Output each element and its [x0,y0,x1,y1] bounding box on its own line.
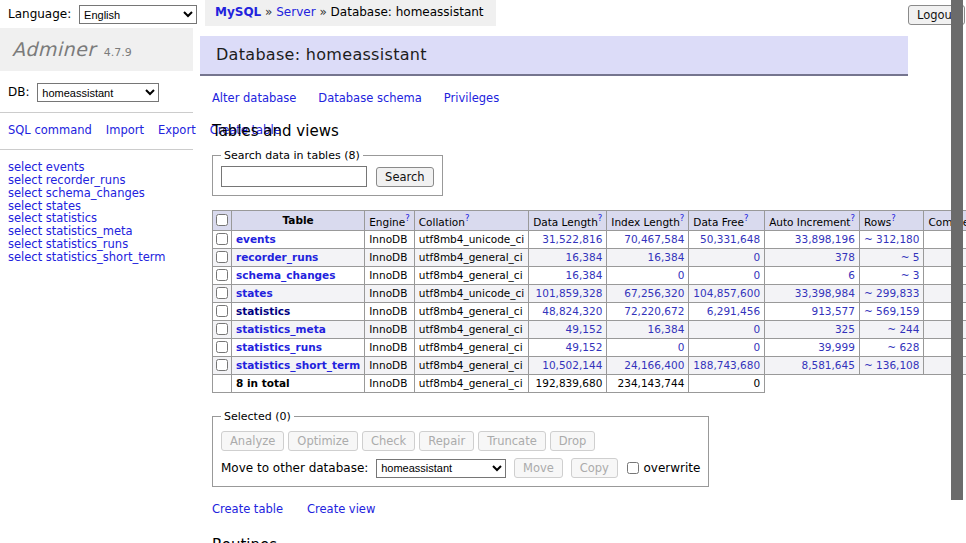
table-row: recorder_runsInnoDButf8mb4_general_ci16,… [213,248,966,266]
link-create-table[interactable]: Create table [212,502,283,516]
create-links: Create tableCreate view [212,502,908,516]
adminer-logo[interactable]: Adminer [12,38,96,60]
total-data-length-cell: 192,839,680 [529,374,607,392]
table-link-statistics_short_term[interactable]: statistics_short_term [236,359,360,371]
row-checkbox-events[interactable] [216,233,228,245]
main-content: MySQL » Server » Database: homeassistant… [200,0,908,543]
link-select-recorder-runs[interactable]: select recorder_runs [8,174,185,187]
select-all-checkbox[interactable] [216,214,228,226]
data-free-cell: 50,331,648 [689,230,765,248]
search-button[interactable]: Search [376,167,434,187]
table-body: eventsInnoDButf8mb4_unicode_ci31,522,816… [213,230,966,392]
auto-increment-cell: 8,581,645 [765,356,860,374]
language-row: Language: English [8,5,197,24]
collation-cell: utf8mb4_general_ci [414,302,528,320]
column-help-link[interactable]: ? [850,213,855,223]
link-select-statistics-short-term[interactable]: select statistics_short_term [8,251,185,264]
collation-cell: utf8mb4_unicode_ci [414,284,528,302]
row-checkbox-recorder_runs[interactable] [216,251,228,263]
overwrite-checkbox[interactable] [627,462,639,474]
link-create-view[interactable]: Create view [307,502,375,516]
column-help-link[interactable]: ? [598,213,603,223]
index-length-cell: 16,384 [607,320,689,338]
link-select-events[interactable]: select events [8,161,185,174]
table-row: statistics_runsInnoDButf8mb4_general_ci4… [213,338,966,356]
db-select[interactable]: homeassistant [37,83,159,102]
table-link-states[interactable]: states [236,287,273,299]
column-help-link[interactable]: ? [744,213,749,223]
drop-button[interactable]: Drop [550,431,596,451]
total-index-length-cell: 234,143,744 [607,374,689,392]
engine-cell: InnoDB [365,338,415,356]
table-name-cell: statistics [232,302,365,320]
copy-button[interactable]: Copy [571,458,618,478]
row-checkbox-schema_changes[interactable] [216,269,228,281]
optimize-button[interactable]: Optimize [288,431,358,451]
link-import[interactable]: Import [106,123,144,137]
move-db-select[interactable]: homeassistant [376,459,506,478]
data-free-cell: 0 [689,266,765,284]
sidebar-table-links: select eventsselect recorder_runsselect … [8,161,185,264]
row-checkbox-cell [213,302,232,320]
table-link-schema_changes[interactable]: schema_changes [236,269,336,281]
table-name-cell: statistics_runs [232,338,365,356]
link-select-schema-changes[interactable]: select schema_changes [8,187,185,200]
column-help-link[interactable]: ? [680,213,685,223]
column-help-link[interactable]: ? [891,213,896,223]
search-fieldset: Search data in tables (8) Search [212,149,443,196]
total-empty-cell [765,374,860,392]
table-link-statistics_runs[interactable]: statistics_runs [236,341,322,353]
row-checkbox-states[interactable] [216,287,228,299]
check-button[interactable]: Check [362,431,415,451]
column-header-table: Table [232,211,365,231]
column-header-data-length: Data Length? [529,211,607,231]
breadcrumb-mysql[interactable]: MySQL [215,5,261,19]
adminer-version[interactable]: 4.7.9 [104,46,132,59]
truncate-button[interactable]: Truncate [478,431,546,451]
table-row: statistics_short_termInnoDButf8mb4_gener… [213,356,966,374]
engine-cell: InnoDB [365,302,415,320]
index-length-cell: 72,220,672 [607,302,689,320]
column-help-link[interactable]: ? [465,213,470,223]
link-sql-command[interactable]: SQL command [8,123,92,137]
search-input[interactable] [221,166,367,187]
move-label: Move to other database: [221,461,368,475]
rows-cell: ~ 299,833 [859,284,924,302]
row-checkbox-statistics_short_term[interactable] [216,359,228,371]
data-length-cell: 101,859,328 [529,284,607,302]
total-data-free-cell: 0 [689,374,765,392]
table-name-cell: states [232,284,365,302]
row-checkbox-statistics[interactable] [216,305,228,317]
collation-cell: utf8mb4_general_ci [414,356,528,374]
table-row: eventsInnoDButf8mb4_unicode_ci31,522,816… [213,230,966,248]
selected-fieldset: Selected (0) AnalyzeOptimizeCheckRepairT… [212,410,709,487]
language-select[interactable]: English [79,5,197,24]
link-alter-database[interactable]: Alter database [212,91,296,105]
table-link-statistics[interactable]: statistics [236,305,290,317]
vertical-scrollbar[interactable] [951,0,963,500]
auto-increment-cell: 325 [765,320,860,338]
row-checkbox-cell [213,284,232,302]
overwrite-label: overwrite [643,461,700,475]
table-link-events[interactable]: events [236,233,276,245]
column-help-link[interactable]: ? [405,213,410,223]
table-name-cell: events [232,230,365,248]
analyze-button[interactable]: Analyze [221,431,284,451]
table-row: statisticsInnoDButf8mb4_general_ci48,824… [213,302,966,320]
breadcrumb-server[interactable]: Server [276,5,315,19]
link-database-schema[interactable]: Database schema [318,91,421,105]
table-link-recorder_runs[interactable]: recorder_runs [236,251,318,263]
link-privileges[interactable]: Privileges [444,91,499,105]
total-checkbox-cell [213,374,232,392]
data-free-cell: 0 [689,338,765,356]
column-header-auto-increment: Auto Increment? [765,211,860,231]
move-button[interactable]: Move [514,458,563,478]
auto-increment-cell: 33,398,984 [765,284,860,302]
repair-button[interactable]: Repair [419,431,474,451]
link-export[interactable]: Export [158,123,196,137]
index-length-cell: 0 [607,266,689,284]
row-checkbox-statistics_runs[interactable] [216,341,228,353]
move-row: Move to other database: homeassistant Mo… [221,458,700,478]
row-checkbox-statistics_meta[interactable] [216,323,228,335]
table-link-statistics_meta[interactable]: statistics_meta [236,323,326,335]
